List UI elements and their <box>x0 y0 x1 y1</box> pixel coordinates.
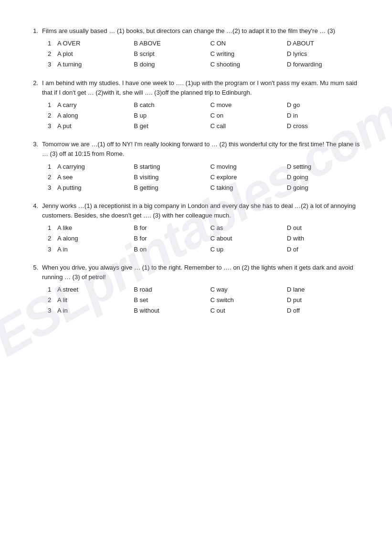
option-columns: A OVERB ABOVEC OND ABOUT <box>57 39 363 48</box>
option-item: D lane <box>287 285 363 294</box>
option-item: D setting <box>287 162 363 172</box>
question-4-options: 1A likeB forC asD out2A alongB forC abou… <box>48 223 363 254</box>
option-row-5-3: 3A inB withoutC outD off <box>48 306 363 316</box>
option-row-number: 2 <box>48 49 57 59</box>
option-item: B script <box>134 49 210 59</box>
option-row-5-1: 1A streetB roadC wayD lane <box>48 285 363 294</box>
option-row-2-2: 2A alongB upC onD in <box>48 111 363 120</box>
option-item: D going <box>287 183 363 193</box>
question-number: 1. <box>29 26 38 36</box>
option-columns: A litB setC switchD put <box>57 295 363 305</box>
option-columns: A inB withoutC outD off <box>57 306 363 316</box>
option-item: C moving <box>211 162 287 172</box>
option-columns: A seeB visitingC exploreD going <box>57 173 363 182</box>
option-row-number: 1 <box>48 223 57 233</box>
option-item: B on <box>134 245 210 254</box>
option-row-number: 1 <box>48 285 57 294</box>
question-number: 2. <box>29 78 38 88</box>
question-number: 3. <box>29 140 38 149</box>
question-5-text: 5.When you drive, you always give … (1) … <box>29 263 363 282</box>
option-item: D ABOUT <box>287 39 363 48</box>
option-row-4-1: 1A likeB forC asD out <box>48 223 363 233</box>
option-item: B get <box>134 121 210 131</box>
option-item: B without <box>134 306 210 316</box>
option-item: D off <box>287 306 363 316</box>
option-row-1-3: 3A turningB doingC shootingD forwarding <box>48 60 363 69</box>
question-5-options: 1A streetB roadC wayD lane2A litB setC s… <box>48 285 363 316</box>
option-row-number: 2 <box>48 111 57 120</box>
option-row-5-2: 2A litB setC switchD put <box>48 295 363 305</box>
option-item: C switch <box>211 295 287 305</box>
option-row-2-1: 1A carryB catchC moveD go <box>48 100 363 110</box>
option-item: C call <box>211 121 287 131</box>
option-item: A lit <box>57 295 134 305</box>
option-item: D going <box>287 173 363 182</box>
option-item: A along <box>57 234 134 243</box>
option-row-2-3: 3A putB getC callD cross <box>48 121 363 131</box>
option-item: D go <box>287 100 363 110</box>
option-item: A in <box>57 245 134 254</box>
option-columns: A carryingB startingC movingD setting <box>57 162 363 172</box>
option-item: C way <box>211 285 287 294</box>
option-item: C up <box>211 245 287 254</box>
option-item: C shooting <box>211 60 287 69</box>
option-columns: A likeB forC asD out <box>57 223 363 233</box>
option-columns: A alongB forC aboutD with <box>57 234 363 243</box>
option-row-number: 1 <box>48 162 57 172</box>
option-item: D cross <box>287 121 363 131</box>
question-1-text: 1.Films are usually based … (1) books, b… <box>29 26 363 36</box>
option-row-number: 2 <box>48 234 57 243</box>
option-item: A putting <box>57 183 134 193</box>
question-number: 5. <box>29 263 38 272</box>
question-1-options: 1A OVERB ABOVEC OND ABOUT2A plotB script… <box>48 39 363 69</box>
option-row-1-1: 1A OVERB ABOVEC OND ABOUT <box>48 39 363 48</box>
question-4: 4.Jenny works …(1) a receptionist in a b… <box>29 201 363 254</box>
option-row-number: 2 <box>48 173 57 182</box>
question-3: 3.Tomorrow we are …(1) off to NY! I'm re… <box>29 140 363 193</box>
option-item: A carrying <box>57 162 134 172</box>
option-item: B visiting <box>134 173 210 182</box>
option-row-3-3: 3A puttingB gettingC takingD going <box>48 183 363 193</box>
option-item: D put <box>287 295 363 305</box>
option-columns: A putB getC callD cross <box>57 121 363 131</box>
option-item: A along <box>57 111 134 120</box>
question-4-text: 4.Jenny works …(1) a receptionist in a b… <box>29 201 363 220</box>
option-item: D forwarding <box>287 60 363 69</box>
option-item: A like <box>57 223 134 233</box>
questions-list: 1.Films are usually based … (1) books, b… <box>29 26 363 316</box>
option-row-number: 3 <box>48 245 57 254</box>
option-item: D lyrics <box>287 49 363 59</box>
option-columns: A plotB scriptC writingD lyrics <box>57 49 363 59</box>
question-number: 4. <box>29 201 38 211</box>
option-row-4-3: 3A inB onC upD of <box>48 245 363 254</box>
option-item: C ON <box>211 39 287 48</box>
option-item: A turning <box>57 60 134 69</box>
question-5: 5.When you drive, you always give … (1) … <box>29 263 363 316</box>
option-row-3-1: 1A carryingB startingC movingD setting <box>48 162 363 172</box>
option-item: D of <box>287 245 363 254</box>
option-row-4-2: 2A alongB forC aboutD with <box>48 234 363 243</box>
option-row-number: 3 <box>48 121 57 131</box>
option-item: C taking <box>211 183 287 193</box>
option-item: A carry <box>57 100 134 110</box>
option-item: B up <box>134 111 210 120</box>
option-item: D in <box>287 111 363 120</box>
option-columns: A inB onC upD of <box>57 245 363 254</box>
option-item: A see <box>57 173 134 182</box>
option-columns: A turningB doingC shootingD forwarding <box>57 60 363 69</box>
option-row-number: 1 <box>48 39 57 48</box>
option-item: A put <box>57 121 134 131</box>
option-row-number: 1 <box>48 100 57 110</box>
option-item: C on <box>211 111 287 120</box>
question-2: 2.I am behind with my studies. I have on… <box>29 78 363 131</box>
option-item: C move <box>211 100 287 110</box>
question-3-options: 1A carryingB startingC movingD setting2A… <box>48 162 363 193</box>
question-2-text: 2.I am behind with my studies. I have on… <box>29 78 363 98</box>
option-item: C as <box>211 223 287 233</box>
option-row-3-2: 2A seeB visitingC exploreD going <box>48 173 363 182</box>
option-columns: A carryB catchC moveD go <box>57 100 363 110</box>
option-item: B set <box>134 295 210 305</box>
option-item: A street <box>57 285 134 294</box>
option-item: A plot <box>57 49 134 59</box>
option-row-1-2: 2A plotB scriptC writingD lyrics <box>48 49 363 59</box>
